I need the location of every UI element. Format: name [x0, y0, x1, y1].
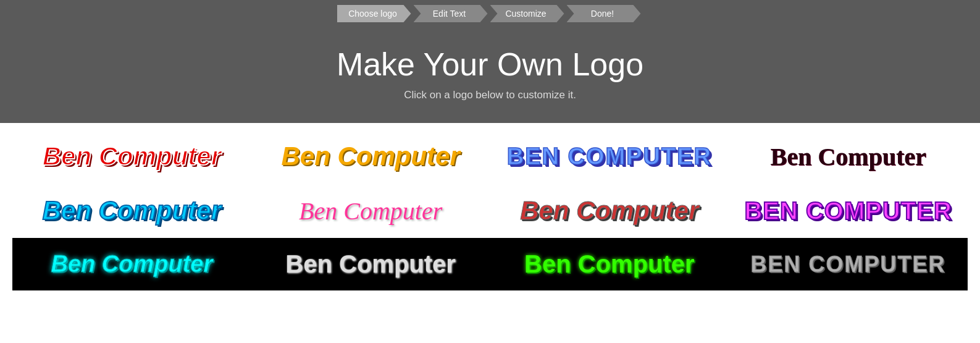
logo-item-9[interactable]: Ben Computer [12, 238, 251, 290]
logo-item-6[interactable]: Ben Computer [251, 184, 490, 238]
logo-item-4[interactable]: Ben Computer [729, 129, 968, 184]
hero-subtitle: Click on a logo below to customize it. [0, 89, 980, 101]
logo-grid: Ben Computer Ben Computer BEN COMPUTER B… [0, 123, 980, 297]
hero-title: Make Your Own Logo [0, 46, 980, 83]
logo-item-8[interactable]: BEN COMPUTER [729, 184, 968, 238]
logo-text-4: Ben Computer [771, 142, 926, 171]
logo-text-3: BEN COMPUTER [507, 143, 712, 170]
wizard-step-label: Edit Text [433, 9, 466, 19]
wizard-step-label: Customize [505, 9, 546, 19]
wizard-step-label: Done! [591, 9, 614, 19]
logo-item-1[interactable]: Ben Computer [12, 129, 251, 184]
logo-item-7[interactable]: Ben Computer [490, 184, 729, 238]
wizard-step-label: Choose logo [348, 9, 397, 19]
wizard-step-choose-logo[interactable]: Choose logo [337, 5, 411, 22]
logo-text-6: Ben Computer [299, 197, 442, 226]
logo-text-9: Ben Computer [51, 251, 212, 277]
wizard-step-done[interactable]: Done! [567, 5, 641, 22]
logo-item-12[interactable]: BEN COMPUTER [729, 238, 968, 290]
logo-text-1: Ben Computer [43, 142, 221, 171]
hero-section: Make Your Own Logo Click on a logo below… [0, 27, 980, 123]
logo-text-2: Ben Computer [281, 142, 459, 171]
wizard-step-edit-text[interactable]: Edit Text [414, 5, 488, 22]
logo-text-7: Ben Computer [520, 196, 698, 226]
wizard-bar: Choose logo Edit Text Customize Done! [0, 0, 980, 27]
logo-item-11[interactable]: Ben Computer [490, 238, 729, 290]
logo-text-11: Ben Computer [524, 250, 695, 278]
logo-item-2[interactable]: Ben Computer [251, 129, 490, 184]
logo-item-10[interactable]: Ben Computer [251, 238, 490, 290]
wizard-step-customize[interactable]: Customize [490, 5, 564, 22]
logo-text-5: Ben Computer [43, 196, 221, 226]
logo-item-3[interactable]: BEN COMPUTER [490, 129, 729, 184]
logo-text-8: BEN COMPUTER [744, 197, 952, 225]
logo-item-5[interactable]: Ben Computer [12, 184, 251, 238]
logo-text-10: Ben Computer [285, 250, 456, 278]
logo-text-12: BEN COMPUTER [751, 252, 946, 277]
